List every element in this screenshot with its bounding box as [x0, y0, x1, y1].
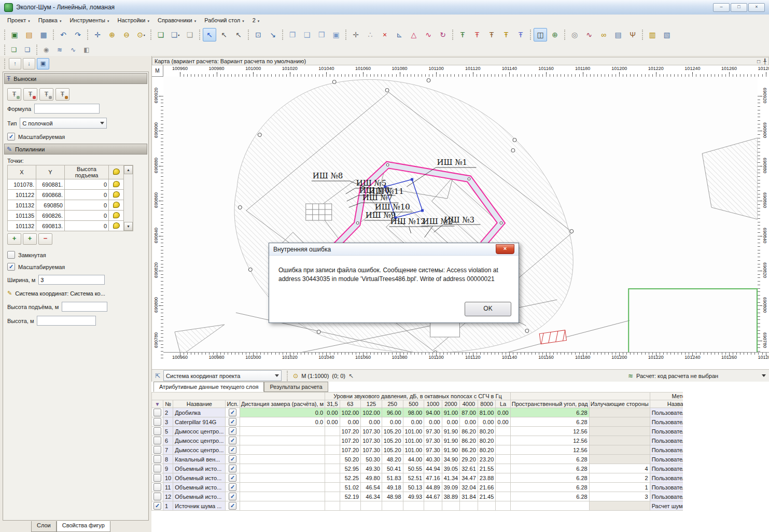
menu-item-4[interactable]: Справочники [153, 16, 200, 25]
method-cell[interactable]: Пользовательский ... [650, 408, 683, 417]
zoom-select-button[interactable]: ⊙▾ [134, 28, 148, 41]
value-cell[interactable]: 80.20 [478, 445, 496, 455]
value-cell[interactable] [325, 445, 340, 455]
row-select-cell[interactable]: ✓ [152, 445, 163, 455]
coordinate-system-link[interactable]: ✎ Система координат: Система ко... [3, 287, 148, 300]
sides-cell[interactable] [589, 501, 650, 511]
value-cell[interactable]: 107.20 [340, 445, 361, 455]
sides-cell[interactable] [589, 417, 650, 427]
point-picker-button[interactable] [109, 179, 124, 190]
map-pin-icon[interactable]: ╀ [763, 59, 766, 64]
sign-add-button[interactable]: Ŧ [456, 28, 469, 41]
value-cell[interactable] [325, 427, 340, 436]
method-header[interactable]: Название [650, 400, 683, 408]
value-cell[interactable]: 91.00 [442, 408, 460, 417]
point-cell[interactable]: 101135 [8, 211, 36, 221]
use-cell[interactable]: ✓ [226, 492, 240, 501]
value-cell[interactable]: 34.47 [460, 473, 478, 483]
menu-item-0[interactable]: Проект [3, 16, 34, 25]
add-point-button[interactable]: + [7, 233, 21, 245]
value-cell[interactable]: 34.90 [442, 455, 460, 464]
value-cell[interactable]: 80.20 [478, 427, 496, 436]
insert-point-button[interactable]: + [23, 233, 37, 245]
undo-button[interactable]: ↶ [57, 28, 70, 41]
select-add-button[interactable]: ↖ [217, 28, 231, 41]
value-cell[interactable]: 86.20 [460, 445, 478, 455]
row-select-checkbox[interactable]: ✓ [153, 427, 161, 435]
row-select-cell[interactable]: ✓ [152, 427, 163, 436]
toggle-properties-button[interactable]: ▣ [37, 58, 49, 69]
save-button[interactable]: ▦ [37, 28, 50, 41]
value-cell[interactable] [496, 473, 510, 483]
noise-line-button[interactable]: ∿ [67, 44, 79, 55]
value-cell[interactable]: 51.02 [340, 483, 361, 492]
value-cell[interactable] [240, 464, 325, 473]
value-cell[interactable]: 0.00 [325, 417, 340, 427]
value-cell[interactable] [442, 501, 460, 511]
value-cell[interactable]: 39.05 [442, 464, 460, 473]
sides-cell[interactable] [589, 445, 650, 455]
row-number-cell[interactable]: 11 [163, 483, 173, 492]
value-cell[interactable] [325, 436, 340, 445]
row-number-cell[interactable]: 1 [163, 501, 173, 511]
source-name-cell[interactable]: Дымосос центро... [173, 436, 226, 445]
value-cell[interactable]: 105.20 [382, 427, 403, 436]
value-cell[interactable]: 101.00 [403, 427, 424, 436]
value-cell[interactable]: 94.00 [424, 408, 442, 417]
row-select-checkbox[interactable]: ✓ [153, 465, 161, 472]
height-input[interactable] [37, 316, 96, 326]
row-select-checkbox[interactable]: ✓ [153, 455, 161, 463]
row-select-cell[interactable]: ✓ [152, 408, 163, 417]
value-cell[interactable]: 97.30 [424, 436, 442, 445]
angle-header[interactable]: Пространственный угол, рад [510, 400, 589, 408]
value-cell[interactable]: 44.94 [424, 464, 442, 473]
value-cell[interactable]: 23.20 [478, 455, 496, 464]
row-number-cell[interactable]: 5 [163, 427, 173, 436]
remove-point-button[interactable]: − [38, 233, 52, 245]
zoom-in-button[interactable]: ⊕ [105, 28, 119, 41]
row-number-cell[interactable]: 2 [163, 408, 173, 417]
point-cell[interactable]: 0 [65, 200, 109, 211]
measure-graph-button[interactable]: ∿ [582, 28, 596, 41]
dock-up-button[interactable]: ↑ [9, 58, 21, 69]
sides-cell[interactable]: 1 [589, 483, 650, 492]
row-select-cell[interactable]: ✓ [152, 455, 163, 464]
value-cell[interactable]: 0.0 [240, 408, 325, 417]
value-cell[interactable] [240, 492, 325, 501]
sides-cell[interactable]: 2 [589, 473, 650, 483]
method-cell[interactable]: Пользовательский ... [650, 436, 683, 445]
rotate-object-button[interactable]: ↻ [436, 28, 450, 41]
callout-style-b-button[interactable]: Ŧ [55, 88, 69, 101]
scroll-up-icon[interactable]: ▲ [124, 165, 133, 174]
closed-checkbox[interactable]: ✓ [7, 251, 15, 259]
angle-cell[interactable]: 6.28 [510, 408, 589, 417]
angle-cell[interactable]: 12.56 [510, 445, 589, 455]
value-cell[interactable]: 91.90 [442, 445, 460, 455]
point-picker-button[interactable] [109, 221, 124, 231]
select-new-button[interactable]: ⊡ [251, 28, 265, 41]
method-cell[interactable]: Пользовательский ... [650, 455, 683, 464]
scroll-down-icon[interactable]: ▼ [124, 222, 133, 231]
open-project-button[interactable]: ▤ [22, 28, 36, 41]
band-header-6[interactable]: 2000 [442, 400, 460, 408]
layer-add-button[interactable]: ❏ [154, 28, 167, 41]
value-cell[interactable]: 48.20 [382, 455, 403, 464]
value-cell[interactable]: 46.34 [361, 492, 382, 501]
use-checkbox[interactable]: ✓ [229, 483, 236, 491]
layer-props-button[interactable]: ❏▾ [169, 28, 182, 41]
value-cell[interactable] [496, 483, 510, 492]
value-cell[interactable]: 98.00 [403, 408, 424, 417]
angle-cell[interactable]: 6.28 [510, 417, 589, 427]
sides-cell[interactable] [589, 436, 650, 445]
row-select-cell[interactable]: ✓ [152, 436, 163, 445]
new-project-button[interactable]: ▣ [8, 28, 21, 41]
value-cell[interactable]: 0.00 [496, 417, 510, 427]
distance-header[interactable]: Дистанция замера (расчёта), м [240, 400, 325, 408]
menu-item-5[interactable]: Рабочий стол [200, 16, 248, 25]
value-cell[interactable]: 0.00 [325, 408, 340, 417]
value-cell[interactable]: 50.20 [340, 455, 361, 464]
layers-add-button[interactable]: ❏ [8, 44, 20, 55]
group-objects-button[interactable]: ❒ [315, 28, 328, 41]
sound-source-button[interactable]: ◉ [40, 44, 52, 55]
speaker-button[interactable]: ◧ [80, 44, 93, 55]
